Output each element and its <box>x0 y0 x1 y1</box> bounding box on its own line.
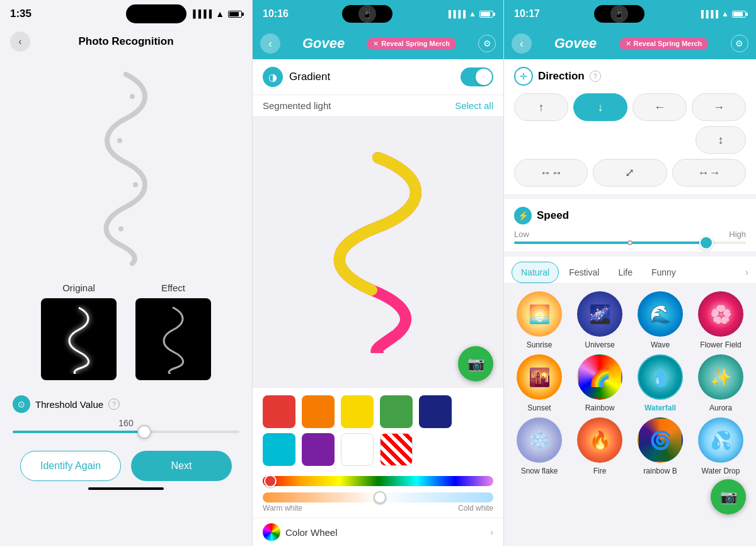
speed-low-label: Low <box>514 229 529 239</box>
threshold-thumb[interactable] <box>137 425 151 439</box>
swatch-orange[interactable] <box>302 395 335 428</box>
identify-again-button[interactable]: Identify Again <box>20 451 121 481</box>
threshold-track[interactable] <box>13 431 239 433</box>
back-button-2[interactable]: ‹ <box>260 33 280 54</box>
effect-water-drop[interactable]: 💦 Water Drop <box>693 417 748 475</box>
water-drop-label: Water Drop <box>702 467 740 475</box>
govee-logo-3: Govee <box>554 35 597 52</box>
effect-sunrise[interactable]: 🌅 Sunrise <box>512 291 567 349</box>
swatch-yellow[interactable] <box>341 395 374 428</box>
swatch-striped[interactable] <box>380 433 413 466</box>
effect-universe[interactable]: 🌌 Universe <box>572 291 627 349</box>
battery-icon-3 <box>732 11 746 18</box>
gear-icon-3: ⚙ <box>735 38 743 49</box>
effect-tabs: Natural Festival Life Funny › <box>504 257 756 284</box>
direction-help-icon[interactable]: ? <box>590 71 601 82</box>
lightning-icon: ⚡ <box>518 211 529 221</box>
effect-snowflake[interactable]: ❄️ Snow flake <box>512 417 567 475</box>
swatch-red[interactable] <box>263 395 295 428</box>
color-slider-area: Warm white Cold white <box>253 473 503 518</box>
action-buttons: Identify Again Next <box>20 451 232 481</box>
effect-waterfall[interactable]: 💧 Waterfall <box>633 354 688 412</box>
tab-arrow-icon[interactable]: › <box>745 267 748 278</box>
original-item: Original <box>41 282 117 380</box>
status-bar-3: 10:17 📱 ▐▐▐▐ ▲ <box>504 0 756 28</box>
swatch-row-2 <box>263 433 493 466</box>
promo-x-2: ✕ <box>373 40 379 48</box>
dir-up-button[interactable]: ↑ <box>514 93 568 121</box>
tab-natural[interactable]: Natural <box>512 262 559 283</box>
original-image <box>41 298 117 380</box>
dir-left-button[interactable]: ← <box>633 93 687 121</box>
home-indicator <box>88 487 164 490</box>
promo-banner-2[interactable]: ✕ Reveal Spring Merch <box>367 38 456 50</box>
next-button[interactable]: Next <box>131 451 232 481</box>
effect-aurora[interactable]: ✨ Aurora <box>693 354 748 412</box>
move-icon: ✛ <box>520 71 527 81</box>
tab-festival[interactable]: Festival <box>560 262 608 282</box>
effect-sunset[interactable]: 🌇 Sunset <box>512 354 567 412</box>
gradient-squiggle <box>290 151 466 353</box>
svg-point-3 <box>118 226 123 231</box>
dir-right-button[interactable]: → <box>692 93 746 121</box>
settings-button-3[interactable]: ⚙ <box>731 35 748 52</box>
dir-expand-button[interactable]: ↕ <box>696 126 746 154</box>
swatch-cyan[interactable] <box>263 433 295 466</box>
back-button-3[interactable]: ‹ <box>512 33 532 54</box>
tab-life[interactable]: Life <box>609 262 641 282</box>
gradient-row: ◑ Gradient <box>253 59 503 95</box>
effect-rainbow-b[interactable]: 🌀 rainbow B <box>633 417 688 475</box>
warm-cold-slider[interactable] <box>263 492 493 502</box>
chevron-right-icon: › <box>490 527 493 537</box>
effect-wave[interactable]: 🌊 Wave <box>633 291 688 349</box>
swatch-purple[interactable] <box>302 433 335 466</box>
speed-track[interactable] <box>514 241 746 244</box>
warm-cold-thumb[interactable] <box>374 491 386 504</box>
camera-fab-2[interactable]: 📷 <box>458 346 493 381</box>
speed-title: Speed <box>537 209 569 222</box>
direction-buttons-row2: ↔↔ ⤢ ↔→ <box>514 159 746 187</box>
dynamic-island-3: 📱 <box>594 5 644 23</box>
status-bar-2: 10:16 📱 ▐▐▐▐ ▲ <box>253 0 503 28</box>
squiggle-canvas: 📷 <box>253 116 503 388</box>
gradient-label: Gradient <box>289 71 330 83</box>
threshold-label: Threshold Value <box>35 399 103 410</box>
dir-expand-h-button[interactable]: ↔↔ <box>514 159 588 187</box>
tab-funny[interactable]: Funny <box>643 262 685 282</box>
dir-down-button[interactable]: ↓ <box>573 93 627 121</box>
swatch-white[interactable] <box>341 433 374 466</box>
svg-point-1 <box>117 138 122 143</box>
svg-point-0 <box>130 94 135 99</box>
effect-rainbow[interactable]: 🌈 Rainbow <box>572 354 627 412</box>
swatch-green[interactable] <box>380 395 413 428</box>
settings-button-2[interactable]: ⚙ <box>478 35 496 52</box>
speed-thumb[interactable] <box>699 236 713 250</box>
dir-shrink-button[interactable]: ↔→ <box>672 159 746 187</box>
content-area-2: ◑ Gradient Segmented light Select all 📷 <box>253 59 503 546</box>
color-wheel-row[interactable]: Color Wheel › <box>253 518 503 546</box>
gradient-toggle[interactable] <box>461 67 493 86</box>
panel-gradient: 10:16 📱 ▐▐▐▐ ▲ ‹ Govee ✕ Reveal Spring M… <box>252 0 504 546</box>
back-button[interactable]: ‹ <box>10 32 30 52</box>
effect-flower-field[interactable]: 🌸 Flower Field <box>693 291 748 349</box>
help-icon[interactable]: ? <box>108 398 120 410</box>
status-center-3: 📱 <box>594 5 644 23</box>
camera-fab-3[interactable]: 📷 <box>711 479 746 514</box>
swatch-blue[interactable] <box>419 395 452 428</box>
rainbow-thumb[interactable] <box>264 475 277 487</box>
select-all-button[interactable]: Select all <box>455 100 493 111</box>
effect-fire[interactable]: 🔥 Fire <box>572 417 627 475</box>
camera-icon-3: 📷 <box>720 489 737 505</box>
effect-item: Effect <box>135 282 211 380</box>
rainbow-slider[interactable] <box>263 476 493 486</box>
color-swatches <box>253 388 503 473</box>
color-wheel-label: Color Wheel <box>285 527 338 538</box>
speed-mid-mark <box>627 240 633 245</box>
battery-fill-2 <box>481 12 490 16</box>
direction-section: ✛ Direction ? ↑ ↓ ← → ↕ ↔↔ ⤢ ↔→ <box>504 59 756 194</box>
waterfall-icon: 💧 <box>638 354 683 400</box>
sunset-icon: 🌇 <box>517 354 562 400</box>
promo-banner-3[interactable]: ✕ Reveal Spring Merch <box>619 38 709 50</box>
dir-center-button[interactable]: ⤢ <box>593 159 667 187</box>
direction-title: Direction <box>538 70 585 83</box>
